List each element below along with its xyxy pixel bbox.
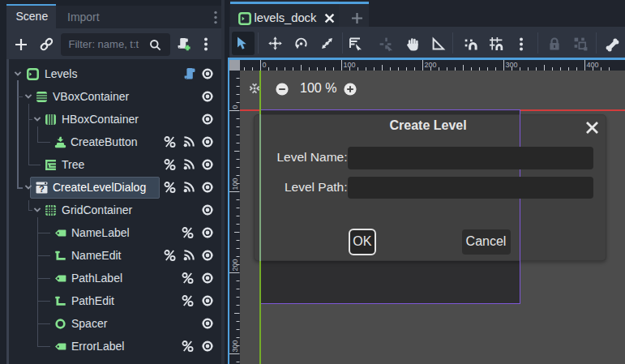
svg-text:100: 100 [231,178,239,190]
svg-text:200: 200 [231,259,239,271]
svg-text:0: 0 [231,105,239,109]
svg-text:?: ? [39,184,45,194]
svg-text:300: 300 [231,340,239,352]
